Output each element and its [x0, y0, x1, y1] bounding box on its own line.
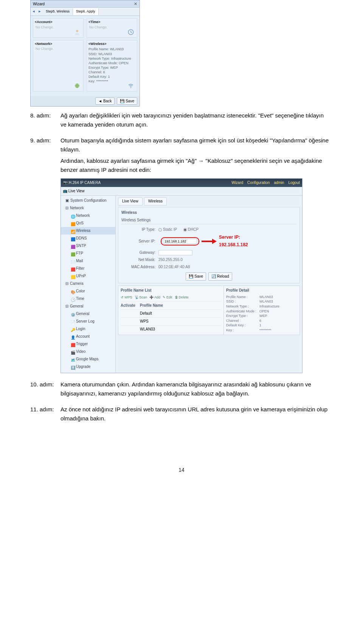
tree-item-color[interactable]: 🎨Color [61, 287, 115, 295]
app-topbar: 📷 H.264 IP CAMERA Wizard Configuration a… [61, 179, 302, 187]
step-prev-icon[interactable]: ◄ [31, 9, 37, 14]
tree-item-upnp[interactable]: 🟨UPnP [61, 272, 115, 280]
tree-item-general[interactable]: ⚙️General [61, 310, 115, 318]
row-gateway: Gateway: [121, 250, 296, 256]
profile-row[interactable]: WLAN03 [121, 325, 221, 333]
step-text: Ağ ayarları değişiklikleri için web tara… [60, 111, 329, 129]
tree-item-trigger[interactable]: 🟥Trigger [61, 340, 115, 348]
liveview-btn[interactable]: Live View [68, 189, 85, 193]
clock-icon [127, 28, 135, 36]
network-value: No Change. [36, 47, 82, 51]
radio-static-ip[interactable] [158, 228, 162, 232]
wireless-line: Default Key: 1 [88, 74, 135, 79]
scan-button[interactable]: 📡 Scan [135, 295, 147, 300]
tree-item-video[interactable]: 🎬Video [61, 348, 115, 355]
edit-button[interactable]: ✎ Edit [163, 295, 172, 300]
account-header: <Account> [35, 20, 82, 25]
tree-group-general[interactable]: ⊟ General [61, 303, 115, 310]
tree-item-upgrade[interactable]: ⬆️Upgrade [61, 363, 115, 371]
tree-item-login[interactable]: 🔑Login [61, 325, 115, 333]
tree-group-sysconf[interactable]: ▣ System Configuration [61, 197, 115, 204]
row-serverip: Server IP: Server IP: 192.168.1.182 [121, 234, 296, 248]
step-text: Az önce not aldığınız IP adresini web ta… [60, 405, 329, 423]
tree-item-wireless[interactable]: 📶Wireless [61, 227, 115, 235]
add-button[interactable]: ➕ Add [149, 295, 160, 300]
step-11: 11. adım: Az önce not aldığınız IP adres… [30, 405, 333, 425]
sidebar: ▣ System Configuration ⊟ Network 🌐Networ… [61, 196, 116, 373]
network-cell: <Network> No Change. [33, 40, 84, 92]
back-arrow-icon: ◄ [98, 99, 102, 103]
tree-item-time[interactable]: 🕒Time [61, 295, 115, 303]
wizard-titlebar: Wizard ✕ [31, 0, 140, 8]
nav-admin[interactable]: admin [274, 181, 284, 185]
profile-row[interactable]: WPS [121, 317, 221, 325]
panel-subheading: Wireless Settings [121, 217, 296, 224]
profile-list-heading: Profile Name List [121, 287, 221, 293]
disk-icon: 💾 [120, 99, 124, 103]
wireless-line: Encrypt Type: WEP [88, 65, 135, 70]
wireless-line: Profile Name: WLAN03 [88, 47, 135, 51]
tree-item-account[interactable]: 👤Account [61, 333, 115, 340]
step-text: Oturum başarıyla açıldığında sistem ayar… [60, 136, 329, 154]
tab-step6[interactable]: Step6. Apply [73, 8, 99, 15]
step-8: 8. adım: Ağ ayarları değişiklikleri için… [30, 111, 333, 131]
step-label: 8. adım: [30, 111, 60, 131]
save-button[interactable]: 💾 Save [117, 97, 137, 105]
globe-icon [73, 82, 81, 90]
svg-point-0 [76, 30, 78, 32]
app-nav-right: Wizard Configuration admin Logout [228, 180, 300, 186]
radio-dhcp[interactable] [183, 228, 187, 232]
tree-item-filter[interactable]: 🟥Filter [61, 265, 115, 272]
profile-row[interactable]: Default [121, 309, 221, 317]
nav-wizard[interactable]: Wizard [231, 181, 243, 185]
panel-save-button[interactable]: 💾 Save [186, 272, 206, 281]
tab-step5[interactable]: Step5. Wireless [43, 8, 73, 15]
tree-item-serverlog[interactable]: 📄Server Log [61, 318, 115, 325]
profile-toolbar: ↺ WPS 📡 Scan ➕ Add ✎ Edit 🗑 Delete [121, 295, 221, 300]
row-mac: MAC Address: 00:12:0E:4F:40:A8 [121, 264, 296, 270]
panel-reload-button[interactable]: 🔄 Reload [208, 272, 232, 281]
tree-item-ddns[interactable]: 🟦DDNS [61, 235, 115, 242]
step-label: 9. adım: [30, 136, 60, 375]
wifi-icon [127, 82, 135, 90]
gateway-input[interactable] [158, 250, 192, 255]
callout-label: Server IP: 192.168.1.182 [219, 234, 249, 248]
user-icon [73, 28, 81, 36]
step-10: 10. adım: Kamera oturumundan çıkın. Ardı… [30, 380, 333, 400]
close-icon[interactable]: ✕ [134, 1, 137, 6]
account-cell: <Account> No Change. [33, 18, 84, 37]
app-toolbar: 📺 Live View [61, 187, 302, 196]
th-profilename: Profile Name [140, 303, 163, 309]
row-netmask: Net Mask: 250.255.255.0 [121, 257, 296, 263]
step-text: Kamera oturumundan çıkın. Ardından kamer… [60, 380, 329, 398]
tree-group-network[interactable]: ⊟ Network [61, 204, 115, 212]
delete-button[interactable]: 🗑 Delete [175, 295, 189, 300]
tab-liveview[interactable]: Live View [118, 197, 143, 205]
profile-panel: Profile Name List ↺ WPS 📡 Scan ➕ Add ✎ E… [118, 286, 300, 335]
nav-configuration[interactable]: Configuration [247, 181, 270, 185]
step-next-icon[interactable]: ► [37, 9, 43, 14]
svg-point-3 [130, 88, 131, 88]
tree-item-sntp[interactable]: 🟪SNTP [61, 242, 115, 250]
tree-item-network[interactable]: 🌐Network [61, 212, 115, 219]
wireless-line: Channel: 6 [88, 70, 135, 74]
step-text: Ardından, kablosuz ayarları sayfasına gi… [60, 156, 329, 175]
row-iptype: IP Type: Static IP DHCP [121, 227, 296, 233]
back-button[interactable]: ◄ Back [95, 97, 115, 105]
wizard-button-row: ◄ Back 💾 Save [31, 96, 140, 106]
time-cell: <Time> No Change. [87, 18, 137, 37]
nav-logout[interactable]: Logout [288, 181, 300, 185]
tree-item-gmaps[interactable]: 🗺️Google Maps [61, 355, 115, 363]
tree-item-mail[interactable]: ✉️Mail [61, 257, 115, 265]
th-activate: Activate [121, 303, 138, 309]
wizard-title: Wizard [33, 2, 45, 6]
tab-wireless[interactable]: Wireless [144, 197, 167, 205]
server-ip-input[interactable] [163, 239, 197, 244]
wps-button[interactable]: ↺ WPS [121, 295, 132, 300]
tree-item-qos[interactable]: 🟧QoS [61, 219, 115, 227]
network-header: <Network> [35, 42, 82, 46]
tree-item-ftp[interactable]: 🟩FTP [61, 250, 115, 257]
wireless-line: Authenticate Mode: OPEN [88, 61, 135, 65]
tree-group-camera[interactable]: ⊟ Camera [61, 280, 115, 287]
callout-arrow-icon [202, 239, 217, 243]
